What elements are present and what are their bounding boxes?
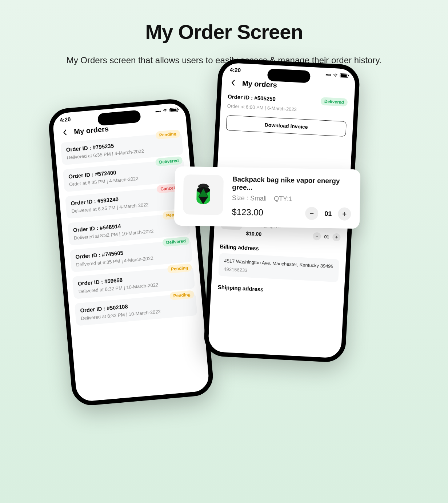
- qty-value: 01: [324, 210, 332, 217]
- item-price: $123.00: [232, 207, 263, 218]
- status-time: 4:20: [60, 116, 71, 123]
- qty-stepper: − 01 +: [313, 232, 341, 241]
- featured-item-card: Backpack bag nike vapor energy gree... S…: [174, 166, 361, 229]
- billing-address-box: 4517 Washington Ave. Manchester, Kentuck…: [218, 253, 339, 282]
- download-invoice-button[interactable]: Download invoice: [226, 115, 347, 137]
- signal-icon: ▪▪▪▪: [325, 72, 331, 78]
- order-list: Pending Order ID : #795235 Delivered at …: [55, 132, 203, 326]
- chevron-left-icon: [63, 129, 67, 136]
- order-card[interactable]: Pending Order ID : #502108 Delivered at …: [75, 293, 197, 326]
- signal-icon: ▪▪▪▪: [155, 108, 161, 114]
- phone-order-list: 4:20 ▪▪▪▪ My orders Pending Order ID : #…: [47, 98, 215, 407]
- item-price: $10.00: [246, 230, 262, 237]
- wifi-icon: [332, 73, 338, 77]
- shipping-address-title: Shipping address: [211, 281, 344, 299]
- page-title: My orders: [242, 79, 277, 89]
- item-name: Backpack bag nike vapor energy gree...: [232, 175, 352, 193]
- item-thumbnail: [183, 174, 224, 215]
- decrement-button[interactable]: −: [305, 207, 319, 220]
- status-time: 4:20: [230, 67, 241, 73]
- qty-value: 01: [324, 234, 330, 240]
- wifi-icon: [162, 109, 168, 113]
- back-button[interactable]: [228, 78, 238, 88]
- chevron-left-icon: [231, 80, 236, 86]
- item-qty-label: QTY:1: [274, 195, 292, 203]
- increment-button[interactable]: +: [338, 207, 351, 221]
- backpack-icon: [189, 181, 217, 208]
- hero-title: My Order Screen: [0, 0, 448, 44]
- qty-stepper: − 01 +: [305, 207, 351, 221]
- battery-icon: [340, 73, 348, 78]
- item-size: Size : Small: [232, 194, 267, 202]
- status-badge: Delivered: [320, 97, 348, 106]
- order-id: Order ID : #505250: [228, 93, 276, 102]
- decrement-button[interactable]: −: [313, 232, 321, 240]
- back-button[interactable]: [60, 127, 70, 137]
- page-title: My orders: [73, 125, 109, 136]
- battery-icon: [169, 108, 178, 112]
- increment-button[interactable]: +: [332, 233, 341, 241]
